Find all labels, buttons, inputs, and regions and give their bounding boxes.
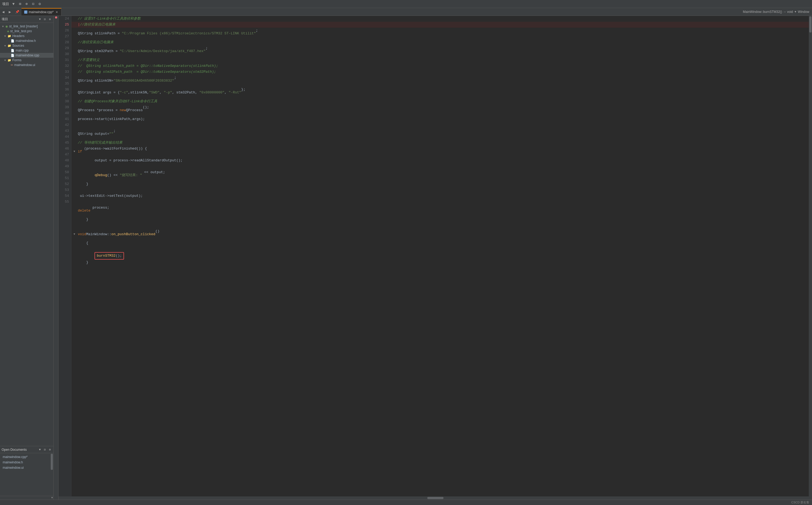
- toolbar-link-icon[interactable]: ⊕: [24, 1, 29, 7]
- sidebar-split-icon[interactable]: ⊡: [43, 17, 47, 21]
- code-container: 24 25 26 27 28 29 30 31 32 33 34 35 36 3…: [58, 16, 812, 496]
- open-docs-split[interactable]: ⊡: [43, 447, 47, 452]
- open-docs-title: Open Documents: [2, 448, 37, 452]
- project-dropdown-icon[interactable]: ▼: [11, 1, 16, 7]
- code-line-24: // 设置ST-Link命令行工具路径和参数: [71, 16, 809, 22]
- line-num-45: 45: [58, 140, 71, 146]
- code-line-26: QString stlinkPath = "C:/Program Files (…: [71, 28, 809, 39]
- code-line-38: process->start(stlinkPath,args);: [71, 116, 809, 128]
- project-title: 项目: [2, 2, 9, 6]
- sidebar-tree: ▼ ◉ st_link_test [master] ▶ ◈ st_link_te…: [0, 23, 53, 446]
- code-line-36: // 创建QProcess对象并启动ST-Link命令行工具: [71, 99, 809, 105]
- line-num-30: 30: [58, 51, 71, 57]
- open-docs-scrollbar-thumb: [51, 454, 53, 470]
- code-line-25: |//路径安装自己电脑来: [71, 22, 809, 28]
- tab-close-button[interactable]: ✕: [55, 10, 58, 14]
- sidebar-item-root[interactable]: ▼ ◉ st_link_test [master]: [0, 24, 53, 29]
- line-num-43: 43: [58, 128, 71, 134]
- code-line-53: burnSTM32();: [71, 252, 809, 260]
- code-line-29: //不需要转义: [71, 57, 809, 63]
- code-line-27: //路径安装自己电脑来: [71, 39, 809, 45]
- toolbar-filter-icon[interactable]: ⊞: [18, 1, 22, 7]
- code-line-31: // QString stm32Path_path = QDir::toNati…: [71, 69, 809, 75]
- window-label: Window: [798, 10, 809, 14]
- sidebar-title: 项目: [2, 17, 37, 21]
- left-accent-strip: [54, 16, 58, 500]
- code-lines[interactable]: // 设置ST-Link命令行工具路径和参数 |//路径安装自己电脑来 QStr…: [71, 16, 809, 496]
- status-text: CSCD 群右客: [791, 500, 809, 504]
- toolbar-settings-icon[interactable]: ⚙: [38, 1, 42, 7]
- code-line-52: {: [71, 240, 809, 252]
- status-bar: CSCD 群右客: [0, 500, 812, 505]
- open-docs-dropdown[interactable]: ▼: [38, 448, 42, 452]
- line-num-38: 38: [58, 99, 71, 105]
- line-num-32: 32: [58, 63, 71, 69]
- sidebar-item-mainwindow-ui[interactable]: ▶ ✏ mainwindow.ui: [0, 62, 53, 67]
- doc-item-mainwindow-ui[interactable]: mainwindow.ui: [0, 465, 50, 470]
- code-line-45: qDebug() << "烧写结果: " << output;: [71, 169, 809, 181]
- code-line-30: // QString stlinkPath_path = QDir::toNat…: [71, 63, 809, 69]
- sidebar-dropdown-icon[interactable]: ▼: [38, 17, 42, 21]
- code-line-42: ▼if (process->waitForFinished()) {: [71, 146, 809, 158]
- line-num-24: 24: [58, 16, 71, 22]
- open-docs-header: Open Documents ▼ ⊡ ⚙: [0, 446, 53, 453]
- tab-back-button[interactable]: ◀: [0, 9, 6, 15]
- tab-bar: ◀ ▶ 📌 C mainwindow.cpp* ✕ MainWindow::bu…: [0, 8, 812, 16]
- doc-item-mainwindow-h[interactable]: mainwindow.h: [0, 460, 50, 465]
- sidebar-item-forms[interactable]: ▼ 📁 Forms: [0, 58, 53, 62]
- line-num-29: 29: [58, 45, 71, 51]
- editor-scrollbar-v[interactable]: [809, 16, 812, 496]
- line-num-27: 27: [58, 33, 71, 39]
- line-num-40: 40: [58, 110, 71, 116]
- code-line-34: QStringList args = {"-c",stlinkSN,"SWD",…: [71, 87, 809, 99]
- tab-pin-button[interactable]: 📌: [13, 9, 21, 15]
- code-line-48: delete process;: [71, 205, 809, 217]
- code-line-37: QProcess *process = new QProcess();: [71, 105, 809, 116]
- tab-forward-button[interactable]: ▶: [6, 9, 13, 15]
- sidebar-item-sources[interactable]: ▼ 📁 Sources: [0, 43, 53, 48]
- sidebar: 项目 ▼ ⊡ ⚙ ▼ ◉ st_link_test [master] ▶ ◈ s…: [0, 16, 54, 500]
- line-num-31: 31: [58, 57, 71, 63]
- open-docs-scrollbar[interactable]: [50, 453, 53, 496]
- function-dropdown-icon[interactable]: ▼: [795, 10, 796, 13]
- line-num-48: 48: [58, 158, 71, 164]
- line-num-49: 49: [58, 164, 71, 169]
- code-line-43: output = process->readAllStandardOutput(…: [71, 158, 809, 169]
- code-line-54: }: [71, 260, 809, 272]
- line-num-52: 52: [58, 181, 71, 187]
- tab-label: mainwindow.cpp*: [29, 10, 54, 14]
- fold-arrow-51[interactable]: ▼: [73, 231, 77, 237]
- code-line-51: ▼void MainWindow::on_pushButton_clicked(…: [71, 228, 809, 240]
- line-num-35: 35: [58, 81, 71, 87]
- editor-scrollbar-h[interactable]: [58, 496, 812, 500]
- doc-item-mainwindow-cpp[interactable]: mainwindow.cpp*: [0, 454, 50, 460]
- open-documents-panel: Open Documents ▼ ⊡ ⚙ mainwindow.cpp* mai…: [0, 446, 53, 500]
- sidebar-item-main-cpp[interactable]: ▶ 📄 main.cpp: [0, 48, 53, 53]
- sidebar-item-pro[interactable]: ▶ ◈ st_link_test.pro: [0, 29, 53, 33]
- line-num-55: 55: [58, 199, 71, 205]
- line-num-53: 53: [58, 187, 71, 193]
- sidebar-header: 项目 ▼ ⊡ ⚙: [0, 16, 53, 23]
- code-line-41: // 等待烧写完成并输出结果: [71, 140, 809, 146]
- toolbar-split-icon[interactable]: ⊡: [31, 1, 35, 7]
- editor-scrollbar-h-thumb: [427, 497, 443, 499]
- sidebar-item-mainwindow-cpp[interactable]: ▶ 📄 mainwindow.cpp: [0, 53, 53, 58]
- tab-file-icon: C: [24, 10, 27, 14]
- line-num-39: 39: [58, 105, 71, 110]
- line-num-51: 51: [58, 175, 71, 181]
- open-docs-settings[interactable]: ⚙: [48, 447, 52, 452]
- tab-mainwindow-cpp[interactable]: C mainwindow.cpp* ✕: [21, 8, 61, 16]
- line-num-25: 25: [58, 22, 71, 28]
- code-line-33: QString stlinkSN="SN=0016002A4D46500F203…: [71, 75, 809, 87]
- line-num-46: 46: [58, 146, 71, 152]
- line-num-26: 26: [58, 28, 71, 33]
- line-numbers: 24 25 26 27 28 29 30 31 32 33 34 35 36 3…: [58, 16, 71, 496]
- fold-arrow-42[interactable]: ▼: [73, 149, 77, 155]
- line-num-44: 44: [58, 134, 71, 140]
- sidebar-settings-icon[interactable]: ⚙: [48, 17, 52, 21]
- open-docs-scroll-down[interactable]: ▼: [0, 496, 53, 500]
- line-num-36: 36: [58, 87, 71, 93]
- editor-scrollbar-v-thumb: [809, 16, 811, 32]
- sidebar-item-headers[interactable]: ▼ 📁 Headers: [0, 33, 53, 38]
- sidebar-item-mainwindow-h[interactable]: ▶ 📄 mainwindow.h: [0, 38, 53, 43]
